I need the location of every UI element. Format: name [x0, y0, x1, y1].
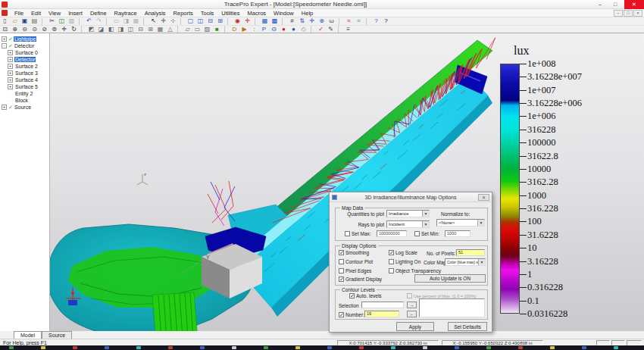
- ray-histories-icon[interactable]: :: [249, 26, 259, 33]
- rays-to-plot-select[interactable]: Incident ▼: [386, 220, 430, 228]
- dialog-close-button[interactable]: ✕: [478, 194, 489, 201]
- taskbar-app-icon[interactable]: [232, 346, 236, 349]
- point-source-red-icon[interactable]: ●: [279, 26, 289, 33]
- menu-item-analysis[interactable]: Analysis: [141, 9, 170, 17]
- exit-analysis-icon[interactable]: ≡: [343, 26, 353, 33]
- tab-model[interactable]: Model: [14, 331, 42, 339]
- quantities-select[interactable]: Irradiance ▼: [386, 210, 430, 217]
- taskbar-app-icon[interactable]: [41, 346, 45, 349]
- taskbar-app-icon[interactable]: [136, 346, 141, 349]
- use-percent-checkbox[interactable]: [407, 293, 412, 298]
- window-tile-vertical-icon[interactable]: ⊞: [215, 17, 225, 25]
- remove-level-button[interactable]: ←: [407, 311, 417, 317]
- menu-item-define[interactable]: Define: [86, 9, 111, 17]
- tree-item-block[interactable]: ·Block: [0, 97, 49, 104]
- pixel-edges-checkbox[interactable]: [339, 268, 344, 273]
- apply-button[interactable]: Apply: [396, 322, 434, 331]
- taskbar-app-icon[interactable]: [105, 346, 109, 349]
- move-icon[interactable]: ✛: [158, 17, 168, 25]
- tree-item-surface-5[interactable]: +Surface 5: [0, 83, 49, 90]
- normalize-select[interactable]: <None> ▼: [436, 219, 485, 227]
- mdi-restore-button[interactable]: □: [624, 10, 633, 17]
- tree-item-entity-2[interactable]: ·Entity 2: [0, 90, 49, 97]
- rotate-part-icon[interactable]: ⊕: [317, 17, 327, 25]
- tree-expander-icon[interactable]: +: [8, 70, 13, 76]
- zoom-all-icon[interactable]: ⊙: [30, 26, 39, 33]
- menu-item-macros[interactable]: Macros: [244, 9, 270, 17]
- polar-plot-icon[interactable]: P: [259, 26, 269, 33]
- object-transparency-checkbox[interactable]: [389, 268, 394, 273]
- tree-item-surface-3[interactable]: +Surface 3: [0, 70, 49, 77]
- silhouettes-icon[interactable]: ▱: [183, 26, 192, 33]
- taskbar-app-icon[interactable]: [327, 346, 332, 349]
- view-isometric-icon[interactable]: ◩: [86, 26, 96, 33]
- edit-surface-icon[interactable]: ✎: [326, 26, 336, 33]
- view-dimetric-icon[interactable]: ◪: [96, 26, 106, 33]
- raytrace-options-icon[interactable]: ✛: [242, 17, 252, 25]
- zoom-out-icon[interactable]: ⊖: [20, 26, 30, 33]
- save-icon[interactable]: ▣: [20, 17, 30, 25]
- menu-item-window[interactable]: Window: [270, 9, 298, 17]
- tree-item-detector[interactable]: +Detector: [0, 56, 49, 63]
- taskbar-app-icon[interactable]: [582, 346, 586, 349]
- close-button[interactable]: ✕: [624, 0, 644, 9]
- redo-icon[interactable]: ↷: [94, 17, 104, 25]
- rotate-view-icon[interactable]: ↻: [69, 26, 79, 33]
- mdi-close-button[interactable]: ×: [633, 10, 642, 17]
- view-right-icon[interactable]: ⊟: [136, 26, 145, 33]
- macro-play-icon[interactable]: ≈: [354, 17, 364, 25]
- raytrace-icon[interactable]: ◉: [233, 17, 242, 25]
- open-icon[interactable]: ▱: [10, 17, 20, 25]
- view-perspective-icon[interactable]: △: [165, 26, 175, 33]
- vertex-icon[interactable]: ⊹: [168, 17, 178, 25]
- paste-icon[interactable]: ▥: [67, 17, 77, 25]
- smoothing-checkbox[interactable]: [339, 250, 344, 255]
- taskbar-app-icon[interactable]: [295, 346, 300, 349]
- menu-item-insert[interactable]: Insert: [64, 9, 86, 17]
- taskbar-app-icon[interactable]: [200, 346, 205, 349]
- display-rays-icon[interactable]: D: [230, 26, 239, 33]
- new-icon[interactable]: ▯: [0, 17, 10, 25]
- solid-render-icon[interactable]: ■: [212, 26, 222, 33]
- tree-expander-icon[interactable]: +: [8, 57, 13, 62]
- zoom-previous-icon[interactable]: ⊘: [39, 26, 49, 33]
- zoom-selection-icon[interactable]: ⊚: [49, 26, 59, 33]
- taskbar-app-icon[interactable]: [518, 346, 523, 349]
- set-min-input[interactable]: 1000: [445, 230, 470, 237]
- dialog-title-bar[interactable]: 3D Irradiance/Illuminance Map Options ✕: [330, 192, 492, 202]
- auto-update-button[interactable]: Auto Update is ON: [414, 274, 486, 283]
- menu-item-file[interactable]: File: [11, 9, 27, 17]
- select-region-icon[interactable]: ▦: [131, 17, 141, 25]
- tab-source[interactable]: Source: [42, 331, 72, 339]
- view-top-icon[interactable]: ⊞: [145, 26, 155, 33]
- help-icon[interactable]: ?: [371, 17, 381, 25]
- theta-plot-icon[interactable]: Θ: [269, 26, 279, 33]
- auto-levels-checkbox[interactable]: [349, 293, 355, 298]
- selection-input[interactable]: [361, 302, 404, 308]
- grid-options-icon[interactable]: ▩: [270, 17, 280, 25]
- view-left-icon[interactable]: ◫: [126, 26, 136, 33]
- tree-item-surface-0[interactable]: +Surface 0: [0, 49, 49, 56]
- zoom-window-icon[interactable]: ⊡: [0, 26, 10, 33]
- insert-lens-icon[interactable]: ⇅: [297, 17, 307, 25]
- tree-expander-icon[interactable]: +: [2, 36, 7, 42]
- number-input[interactable]: 19: [364, 311, 399, 317]
- taskbar-app-icon[interactable]: [168, 346, 173, 349]
- tree-item-lightpipe[interactable]: +✓Lightpipe: [0, 36, 49, 42]
- taskbar-app-icon[interactable]: [73, 346, 77, 349]
- undo-icon[interactable]: ↶: [84, 17, 94, 25]
- zoom-in-icon[interactable]: ⊕: [10, 26, 20, 33]
- tree-item-surface-4[interactable]: +Surface 4: [0, 77, 49, 83]
- menu-item-edit[interactable]: Edit: [27, 9, 45, 17]
- set-max-input[interactable]: 100000000: [377, 230, 407, 237]
- insert-part-icon[interactable]: #: [287, 17, 297, 25]
- taskbar-app-icon[interactable]: [550, 346, 555, 349]
- pan-icon[interactable]: ✛: [59, 26, 69, 33]
- lighting-on-checkbox[interactable]: [389, 259, 394, 264]
- contour-plot-checkbox[interactable]: [339, 259, 344, 264]
- apply-properties-icon[interactable]: ✓: [316, 26, 326, 33]
- view-bottom-icon[interactable]: ▦: [155, 26, 165, 33]
- tree-expander-icon[interactable]: -: [2, 43, 7, 48]
- mdi-minimize-button[interactable]: –: [614, 10, 623, 17]
- macro-record-icon[interactable]: ≈: [344, 17, 354, 25]
